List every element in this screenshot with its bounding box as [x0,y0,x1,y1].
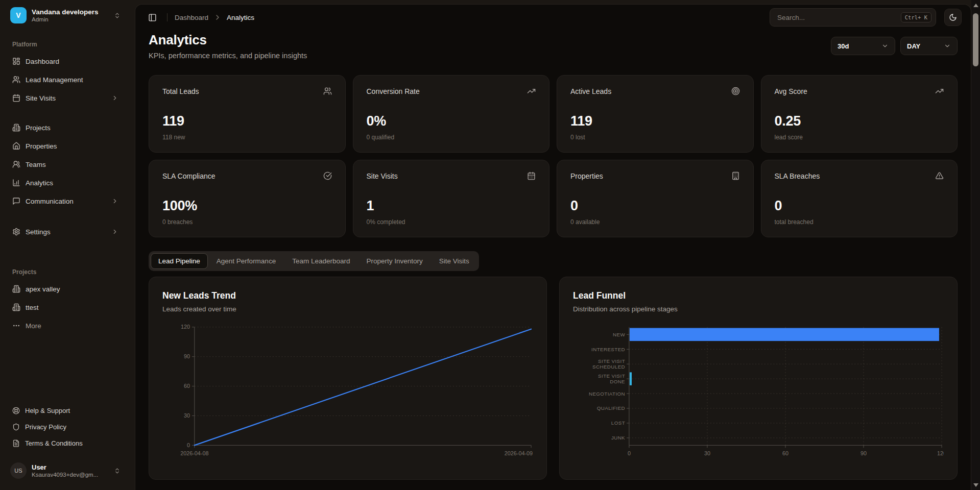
sidebar-item-more[interactable]: More [8,317,123,334]
sidebar-item-terms-conditions[interactable]: Terms & Conditions [8,436,123,450]
building-icon [12,124,20,132]
life-buoy-icon [12,407,20,414]
kpi-card-active-leads: Active Leads 119 0 lost [557,75,754,153]
building-icon [12,285,20,293]
scroll-up-arrow[interactable] [971,1,980,9]
sidebar-toggle-button[interactable] [145,10,160,25]
sidebar-item-project-ttest[interactable]: ttest [8,299,123,315]
svg-text:QUALIFIED: QUALIFIED [597,405,625,411]
tab-agent-performance[interactable]: Agent Performance [209,253,283,269]
user-name: User [32,463,109,471]
svg-text:SITE VISIT: SITE VISIT [598,358,625,364]
charts-row: New Leads Trend Leads created over time … [149,277,958,480]
search-box[interactable]: Ctrl+ K [770,8,936,27]
kpi-card-avg-score: Avg Score 0.25 lead score [761,75,958,153]
building-icon [12,303,20,311]
sidebar-item-privacy-policy[interactable]: Privacy Policy [8,420,123,434]
message-square-icon [12,197,20,205]
kpi-sub: 0 lost [570,134,740,141]
scroll-down-arrow[interactable] [971,481,980,489]
svg-text:60: 60 [184,383,190,389]
svg-text:SITE VISIT: SITE VISIT [598,373,625,379]
svg-text:NEGOTIATION: NEGOTIATION [589,391,625,397]
kpi-card-total-leads: Total Leads 119 118 new [149,75,346,153]
user-avatar: US [10,462,27,479]
date-range-select[interactable]: 30d [831,37,895,55]
svg-text:INTERESTED: INTERESTED [591,347,625,352]
svg-text:LOST: LOST [611,420,625,426]
theme-toggle-button[interactable] [944,9,962,26]
lead-funnel-card: Lead Funnel Distribution across pipeline… [559,277,958,480]
sidebar-item-projects[interactable]: Projects [8,119,123,136]
lead-funnel-bar-chart: 0306090120NEWINTERESTEDSITE VISITSCHEDUL… [573,323,944,463]
kpi-card-sla-breaches: SLA Breaches 0 total breached [761,160,958,237]
svg-text:30: 30 [704,450,710,456]
kpi-card-properties: Properties 0 0 available [557,160,754,237]
breadcrumb-dashboard[interactable]: Dashboard [175,14,208,21]
svg-text:DONE: DONE [610,379,625,384]
users-round-icon [12,160,20,168]
triangle-alert-icon [935,172,944,180]
svg-text:120: 120 [937,450,944,456]
trending-up-icon [935,87,944,95]
sidebar-item-lead-management[interactable]: Lead Management [8,71,123,88]
chevron-right-icon [213,13,222,21]
chart-title: New Leads Trend [162,290,533,301]
sidebar: V Vandana developers Admin Platform Dash… [0,0,131,490]
nav-group-platform: Dashboard Lead Management Site Visits [8,53,123,106]
tab-team-leaderboard[interactable]: Team Leaderboard [284,253,357,269]
calendar-icon [12,94,20,102]
file-text-icon [12,439,20,447]
page-title: Analytics [149,32,307,48]
chevron-down-icon [881,42,889,50]
kpi-card-conversion-rate: Conversion Rate 0% 0 qualified [353,75,550,153]
chevrons-up-down-icon [114,12,121,19]
kpi-sub: 0% completed [367,218,536,226]
sidebar-item-properties[interactable]: Properties [8,138,123,154]
vertical-scrollbar[interactable] [971,0,980,490]
sidebar-item-project-apex-valley[interactable]: apex valley [8,281,123,297]
shield-icon [12,423,20,431]
svg-text:JUNK: JUNK [611,435,625,440]
tab-site-visits[interactable]: Site Visits [432,253,477,269]
user-email: Ksaurav4093+dev@gm... [32,472,109,478]
granularity-select[interactable]: DAY [900,37,958,55]
svg-text:60: 60 [782,450,788,456]
kpi-sub: total breached [775,218,944,226]
header-divider [167,13,168,21]
tab-property-inventory[interactable]: Property Inventory [358,253,430,269]
svg-text:90: 90 [861,450,867,456]
house-icon [12,142,20,150]
sidebar-footer: Help & Support Privacy Policy Terms & Co… [8,403,123,482]
trending-up-icon [527,87,536,95]
user-menu[interactable]: US User Ksaurav4093+dev@gm... [8,459,123,482]
search-shortcut-badge: Ctrl+ K [901,12,931,22]
sidebar-item-site-visits[interactable]: Site Visits [8,90,123,106]
scrollbar-thumb[interactable] [973,13,978,66]
svg-text:SCHEDULED: SCHEDULED [592,364,625,370]
nav-group-modules: Projects Properties Teams Analytics Comm… [8,119,123,209]
kpi-sub: lead score [775,134,944,141]
search-input[interactable] [777,14,901,21]
page-content: Analytics KPIs, performance metrics, and… [135,30,971,480]
team-role: Admin [32,16,109,22]
team-avatar: V [10,7,27,23]
kpi-value: 0% [367,113,536,129]
sidebar-item-analytics[interactable]: Analytics [8,175,123,191]
analytics-tabs: Lead Pipeline Agent Performance Team Lea… [149,251,479,271]
panel-left-icon [148,13,157,22]
sidebar-item-communication[interactable]: Communication [8,193,123,209]
tab-lead-pipeline[interactable]: Lead Pipeline [151,253,208,269]
sidebar-item-help-support[interactable]: Help & Support [8,403,123,418]
kpi-sub: 118 new [162,134,332,141]
nav-group-settings: Settings [8,224,123,240]
svg-text:30: 30 [184,412,190,419]
moon-icon [949,13,957,21]
kpi-value: 119 [162,113,332,129]
sidebar-item-dashboard[interactable]: Dashboard [8,53,123,69]
team-switcher[interactable]: V Vandana developers Admin [8,6,123,24]
sidebar-item-teams[interactable]: Teams [8,156,123,173]
kpi-value: 1 [367,198,536,214]
sidebar-item-settings[interactable]: Settings [8,224,123,240]
kpi-sub: 0 qualified [367,134,536,141]
